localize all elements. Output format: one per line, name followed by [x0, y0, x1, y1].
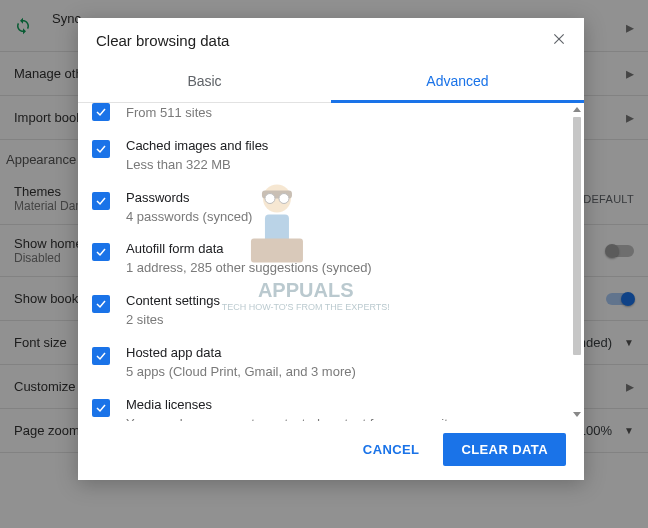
item-sub: 5 apps (Cloud Print, Gmail, and 3 more) [126, 364, 356, 381]
item-sub: 2 sites [126, 312, 220, 329]
item-sub: Less than 322 MB [126, 157, 268, 174]
tab-advanced[interactable]: Advanced [331, 59, 584, 103]
item-title: Content settings [126, 293, 220, 310]
checkbox[interactable] [92, 243, 110, 261]
checkbox[interactable] [92, 295, 110, 313]
item-title: Autofill form data [126, 241, 372, 258]
item-sub: You may lose access to protected content… [126, 416, 465, 421]
scroll-down-icon[interactable] [573, 412, 581, 417]
close-icon[interactable] [552, 32, 566, 49]
scrollbar[interactable] [572, 107, 582, 417]
item-title: Media licenses [126, 397, 465, 414]
options-list: From 511 sites Cached images and files L… [78, 103, 572, 421]
item-title: Cached images and files [126, 138, 268, 155]
checkbox[interactable] [92, 399, 110, 417]
scroll-up-icon[interactable] [573, 107, 581, 112]
list-item[interactable]: Hosted app data 5 apps (Cloud Print, Gma… [78, 337, 572, 389]
checkbox[interactable] [92, 347, 110, 365]
dialog-scroll-area: From 511 sites Cached images and files L… [78, 103, 584, 421]
checkbox[interactable] [92, 140, 110, 158]
dialog-footer: CANCEL CLEAR DATA [78, 421, 584, 480]
dialog-header: Clear browsing data [78, 18, 584, 59]
checkbox[interactable] [92, 192, 110, 210]
item-sub: 1 address, 285 other suggestions (synced… [126, 260, 372, 277]
list-item[interactable]: Content settings 2 sites [78, 285, 572, 337]
clear-data-button[interactable]: CLEAR DATA [443, 433, 566, 466]
list-item[interactable]: Passwords 4 passwords (synced) [78, 182, 572, 234]
list-item[interactable]: Media licenses You may lose access to pr… [78, 389, 572, 421]
dialog-tabs: Basic Advanced [78, 59, 584, 103]
checkbox[interactable] [92, 103, 110, 121]
list-item[interactable]: Cached images and files Less than 322 MB [78, 130, 572, 182]
item-title: Hosted app data [126, 345, 356, 362]
item-sub: 4 passwords (synced) [126, 209, 252, 226]
cancel-button[interactable]: CANCEL [345, 433, 438, 466]
item-title: Passwords [126, 190, 252, 207]
clear-browsing-data-dialog: Clear browsing data Basic Advanced From … [78, 18, 584, 480]
list-item[interactable]: Autofill form data 1 address, 285 other … [78, 233, 572, 285]
scroll-thumb[interactable] [573, 117, 581, 355]
item-sub: From 511 sites [126, 105, 212, 122]
scroll-track[interactable] [573, 117, 581, 407]
list-item[interactable]: From 511 sites [78, 103, 572, 130]
tab-basic[interactable]: Basic [78, 59, 331, 102]
dialog-title: Clear browsing data [96, 32, 229, 49]
